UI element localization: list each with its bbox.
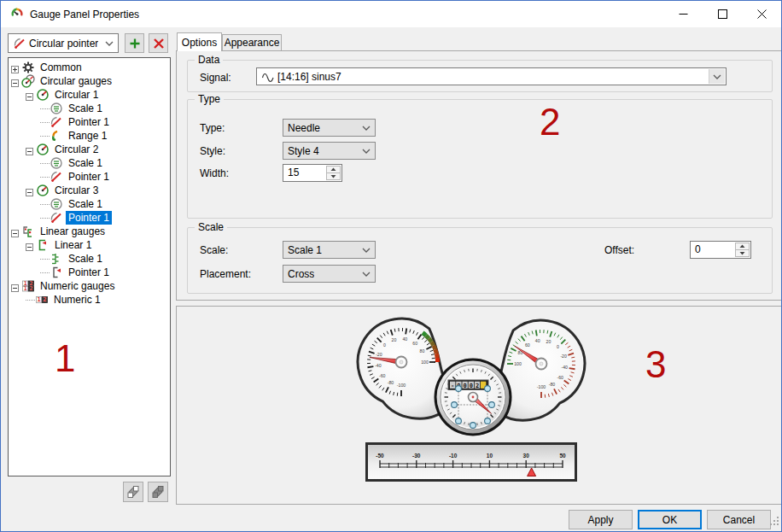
- scale-combobox[interactable]: Scale 1: [283, 241, 376, 259]
- tree-item-linear-gauges[interactable]: Linear gauges: [9, 225, 170, 238]
- tree-item-label: Scale 1: [66, 156, 105, 170]
- linear-gauge-preview[interactable]: -50-30-10103050: [365, 441, 578, 482]
- tree-item-pointer-1[interactable]: Pointer 1: [9, 115, 170, 129]
- data-group: Data Signal: [14:16] sinus7: [187, 60, 773, 92]
- element-type-combobox[interactable]: Circular pointer: [8, 33, 119, 53]
- selection-handle[interactable]: [485, 386, 491, 392]
- type-group-title: Type: [195, 93, 224, 105]
- svg-text:-100: -100: [397, 383, 406, 388]
- selection-handle[interactable]: [456, 386, 462, 392]
- apply-button[interactable]: Apply: [569, 510, 633, 529]
- arrow-up-icon: [739, 244, 745, 248]
- tree-item-label: Common: [38, 61, 85, 74]
- tree-connector: [40, 204, 50, 205]
- svg-text:-20: -20: [560, 354, 567, 359]
- tree-item-pointer-1[interactable]: Pointer 1: [9, 170, 170, 184]
- svg-text:-10: -10: [449, 453, 458, 459]
- tree-item-pointer-1[interactable]: Pointer 1: [9, 211, 170, 225]
- tree-item-label: Scale 1: [66, 197, 105, 211]
- tree-item-numeric-gauges[interactable]: 1212Numeric gauges: [9, 279, 170, 293]
- linear-gauges-icon: [21, 225, 35, 238]
- collapse-minus-icon[interactable]: [26, 242, 33, 249]
- options-tab-page: Data Signal: [14:16] sinus7 Type Type: N…: [176, 50, 782, 301]
- maximize-button[interactable]: [703, 1, 742, 27]
- circular-scale-icon: [50, 197, 63, 211]
- add-element-button[interactable]: [125, 33, 144, 53]
- chevron-down-icon: [362, 149, 371, 154]
- titlebar: Gauge Panel Properties: [1, 1, 781, 27]
- collapse-minus-icon[interactable]: [26, 187, 33, 195]
- ok-button[interactable]: OK: [638, 510, 702, 529]
- tree-connector: [40, 259, 50, 260]
- tree-item-numeric-1[interactable]: 12Numeric 1: [9, 293, 170, 307]
- tree-item-range-1[interactable]: Range 1: [9, 129, 170, 143]
- width-spinner[interactable]: 15: [283, 164, 342, 182]
- selection-handle[interactable]: [489, 402, 495, 408]
- tree-item-label: Circular 1: [52, 88, 101, 102]
- collapse-minus-icon[interactable]: [11, 283, 19, 290]
- tree-item-scale-1[interactable]: Scale 1: [9, 102, 170, 115]
- collapse-minus-icon[interactable]: [26, 91, 33, 99]
- svg-text:100: 100: [421, 360, 429, 365]
- tree-item-label: Pointer 1: [66, 266, 112, 279]
- collapse-minus-icon[interactable]: [11, 78, 19, 85]
- tree-item-circular-3[interactable]: Circular 3: [9, 184, 170, 197]
- tree-item-label: Scale 1: [66, 102, 105, 115]
- collapse-all-icon: [151, 485, 165, 499]
- svg-text:20: 20: [392, 337, 397, 342]
- close-button[interactable]: [742, 1, 781, 27]
- circular-gauge-2-preview[interactable]: -0002: [430, 356, 516, 441]
- tree-item-label: Circular 2: [52, 143, 101, 156]
- tree-item-scale-1[interactable]: Scale 1: [9, 156, 170, 170]
- placement-label: Placement:: [200, 268, 251, 280]
- tree-item-linear-1[interactable]: Linear 1: [9, 238, 170, 252]
- circular-pointer-icon: [50, 211, 63, 225]
- offset-spin-down-button[interactable]: [735, 249, 750, 257]
- tab-appearance[interactable]: Appearance: [222, 34, 282, 50]
- annotation-2: 2: [540, 103, 560, 141]
- collapse-all-button[interactable]: [148, 482, 168, 502]
- offset-spinner[interactable]: 0: [690, 241, 751, 259]
- signal-label: Signal:: [200, 72, 231, 84]
- delete-element-button[interactable]: [149, 33, 168, 53]
- chevron-down-icon: [105, 41, 114, 46]
- arrow-down-icon: [330, 174, 336, 178]
- numeric-gauges-icon: 1212: [21, 279, 35, 293]
- tree-item-common[interactable]: Common: [9, 61, 170, 74]
- gauge-panel-properties-window: Gauge Panel Properties Circular pointer …: [0, 0, 782, 532]
- selection-handle[interactable]: [452, 402, 458, 408]
- selection-handle[interactable]: [470, 423, 476, 429]
- type-combobox[interactable]: Needle: [283, 119, 376, 137]
- width-spin-down-button[interactable]: [326, 172, 341, 180]
- tree-item-pointer-1[interactable]: Pointer 1: [9, 266, 170, 279]
- tree-item-label: Linear gauges: [38, 225, 108, 238]
- resize-grip[interactable]: [768, 514, 779, 529]
- signal-dropdown-button[interactable]: [709, 69, 725, 84]
- expand-plus-icon[interactable]: [11, 64, 19, 72]
- selection-handle[interactable]: [456, 418, 462, 424]
- resize-grip-icon: [768, 515, 779, 526]
- tree-connector: [40, 108, 50, 109]
- minimize-button[interactable]: [663, 1, 703, 27]
- svg-text:60: 60: [525, 342, 530, 348]
- tree-item-scale-1[interactable]: Scale 1: [9, 197, 170, 211]
- svg-text:2: 2: [476, 383, 479, 389]
- signal-combobox[interactable]: [14:16] sinus7: [256, 67, 727, 85]
- style-combobox[interactable]: Style 4: [283, 142, 376, 160]
- placement-combobox[interactable]: Cross: [283, 265, 376, 283]
- selection-handle[interactable]: [485, 418, 491, 424]
- tree-item-circular-gauges[interactable]: Circular gauges: [9, 74, 170, 88]
- offset-value: 0: [695, 243, 701, 255]
- tree-item-circular-2[interactable]: Circular 2: [9, 143, 170, 156]
- svg-text:-60: -60: [557, 375, 563, 380]
- tree-item-label: Numeric gauges: [38, 279, 117, 293]
- collapse-minus-icon[interactable]: [11, 228, 19, 236]
- tree-item-circular-1[interactable]: Circular 1: [9, 88, 170, 102]
- expand-all-button[interactable]: [123, 482, 143, 502]
- linear-scale-icon: [50, 252, 63, 266]
- svg-text:0: 0: [470, 383, 473, 389]
- cancel-button[interactable]: Cancel: [707, 510, 771, 529]
- tab-options[interactable]: Options: [177, 32, 222, 51]
- collapse-minus-icon[interactable]: [26, 146, 33, 154]
- tree-item-scale-1[interactable]: Scale 1: [9, 252, 170, 266]
